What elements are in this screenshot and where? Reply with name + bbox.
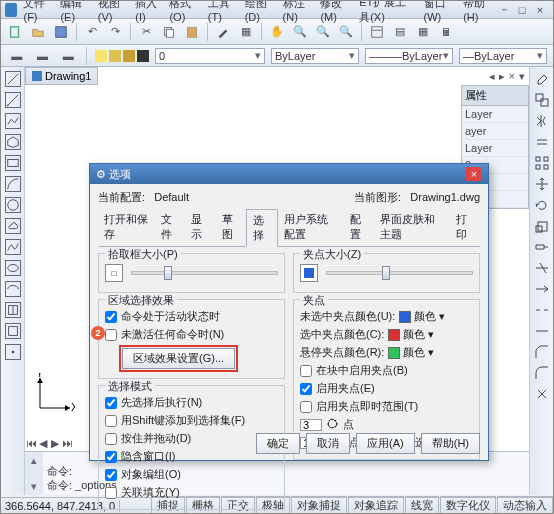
block-icon[interactable]: ▦ xyxy=(236,22,256,42)
line-icon[interactable] xyxy=(5,71,21,87)
spline-icon[interactable] xyxy=(5,239,21,255)
dyn-toggle[interactable]: 动态输入 xyxy=(497,496,553,514)
arc-icon[interactable] xyxy=(5,176,21,192)
matchprop-icon[interactable] xyxy=(213,22,233,42)
undo-icon[interactable]: ↶ xyxy=(82,22,102,42)
layermgr-icon[interactable]: ▬ xyxy=(7,46,27,66)
first-icon[interactable]: ⏮ xyxy=(25,437,37,449)
gripsize-slider[interactable] xyxy=(326,271,473,275)
grip-num-field[interactable] xyxy=(300,419,322,431)
menu-tools[interactable]: 工具(T) xyxy=(204,0,239,24)
pickbox-slider[interactable] xyxy=(131,271,278,275)
linetype-combo[interactable]: ——— ByLayer▾ xyxy=(365,48,453,64)
chk-enable-grips[interactable]: 启用夹点(E) xyxy=(300,381,473,396)
break-icon[interactable] xyxy=(534,302,550,318)
copy-obj-icon[interactable] xyxy=(534,92,550,108)
menu-edit[interactable]: 编辑(E) xyxy=(56,0,91,24)
layer-state-icons[interactable] xyxy=(95,50,149,62)
tab-skin[interactable]: 界面皮肤和主题 xyxy=(374,209,449,246)
chamfer-icon[interactable] xyxy=(534,344,550,360)
join-icon[interactable] xyxy=(534,323,550,339)
prev-icon[interactable]: ◀ xyxy=(37,437,49,449)
point-icon[interactable] xyxy=(5,344,21,360)
layer-combo[interactable]: 0▾ xyxy=(155,48,265,64)
hover-color-button[interactable]: 颜色 ▾ xyxy=(388,345,434,360)
tab-files[interactable]: 文件 xyxy=(155,209,185,246)
lineweight-combo[interactable]: — ByLayer▾ xyxy=(459,48,547,64)
pline-icon[interactable] xyxy=(5,113,21,129)
close-icon[interactable]: × xyxy=(533,4,547,16)
save-icon[interactable] xyxy=(51,22,71,42)
ray-icon[interactable] xyxy=(5,92,21,108)
chk-press-drag[interactable]: 按住并拖动(D) xyxy=(105,431,278,446)
zoom-prev-icon[interactable]: 🔍 xyxy=(336,22,356,42)
ellipse-icon[interactable] xyxy=(5,260,21,276)
cmdline-scroll[interactable]: ▴▾ xyxy=(25,452,43,495)
tab-draft[interactable]: 草图 xyxy=(216,209,246,246)
rectangle-icon[interactable] xyxy=(5,155,21,171)
copy-icon[interactable] xyxy=(159,22,179,42)
pan-icon[interactable]: ✋ xyxy=(267,22,287,42)
menu-view[interactable]: 视图(V) xyxy=(94,0,129,24)
layerstate-icon[interactable]: ▬ xyxy=(58,46,78,66)
chk-implied-window[interactable]: 隐含窗口(I) xyxy=(105,449,278,464)
revcloud-icon[interactable] xyxy=(5,218,21,234)
tab-nav-right-icon[interactable]: ▸ xyxy=(499,70,505,83)
tab-close-icon[interactable]: × xyxy=(509,70,515,82)
dialog-close-icon[interactable]: × xyxy=(466,167,482,181)
toolpalette-icon[interactable]: ▦ xyxy=(413,22,433,42)
menu-modify[interactable]: 修改(M) xyxy=(316,0,353,24)
rotate-icon[interactable] xyxy=(534,197,550,213)
designcenter-icon[interactable]: ▤ xyxy=(390,22,410,42)
cut-icon[interactable]: ✂ xyxy=(136,22,156,42)
array-icon[interactable] xyxy=(534,155,550,171)
menu-dim[interactable]: 标注(N) xyxy=(279,0,315,24)
chk-obj-group[interactable]: 对象编组(O) xyxy=(105,467,278,482)
ok-button[interactable]: 确定 xyxy=(256,433,300,454)
cancel-button[interactable]: 取消 xyxy=(306,433,350,454)
paste-icon[interactable] xyxy=(182,22,202,42)
new-icon[interactable] xyxy=(5,22,25,42)
ellipse-arc-icon[interactable] xyxy=(5,281,21,297)
chk-noun-verb[interactable]: 先选择后执行(N) xyxy=(105,395,278,410)
chk-active-cmd[interactable]: 命令处于活动状态时 xyxy=(105,309,278,324)
trim-icon[interactable] xyxy=(534,260,550,276)
offset-icon[interactable] xyxy=(534,134,550,150)
props-icon[interactable] xyxy=(367,22,387,42)
menu-help[interactable]: 帮助(H) xyxy=(459,0,495,24)
redo-icon[interactable]: ↷ xyxy=(105,22,125,42)
chk-grips-in-block[interactable]: 在块中启用夹点(B) xyxy=(300,363,473,378)
block-icon[interactable] xyxy=(5,323,21,339)
tab-nav-left-icon[interactable]: ◂ xyxy=(489,70,495,83)
fillet-icon[interactable] xyxy=(534,365,550,381)
area-effect-settings-button[interactable]: 区域效果设置(G)... xyxy=(122,348,235,369)
extend-icon[interactable] xyxy=(534,281,550,297)
move-icon[interactable] xyxy=(534,176,550,192)
menu-format[interactable]: 格式(O) xyxy=(165,0,201,24)
next-icon[interactable]: ▶ xyxy=(49,437,61,449)
minimize-icon[interactable]: － xyxy=(497,4,511,16)
unselected-color-button[interactable]: 颜色 ▾ xyxy=(399,309,445,324)
apply-button[interactable]: 应用(A) xyxy=(356,433,415,454)
selected-color-button[interactable]: 颜色 ▾ xyxy=(388,327,434,342)
menu-window[interactable]: 窗口(W) xyxy=(420,0,458,24)
tab-menu-icon[interactable]: ▾ xyxy=(519,70,525,83)
tab-selection[interactable]: 选择 xyxy=(246,209,278,247)
layerprops-icon[interactable]: ▬ xyxy=(33,46,53,66)
menu-insert[interactable]: 插入(I) xyxy=(131,0,163,24)
menu-file[interactable]: 文件(F) xyxy=(19,0,54,24)
last-icon[interactable]: ⏭ xyxy=(61,437,73,449)
help-button[interactable]: 帮助(H) xyxy=(421,433,480,454)
calc-icon[interactable]: 🖩 xyxy=(436,22,456,42)
erase-icon[interactable] xyxy=(534,71,550,87)
tab-open-save[interactable]: 打开和保存 xyxy=(98,209,155,246)
tab-print[interactable]: 打印 xyxy=(450,209,480,246)
tab-user[interactable]: 用户系统配置 xyxy=(278,209,344,246)
color-combo[interactable]: ByLayer▾ xyxy=(271,48,359,64)
chk-shift-add[interactable]: 用Shift键添加到选择集(F) xyxy=(105,413,278,428)
open-icon[interactable] xyxy=(28,22,48,42)
stretch-icon[interactable] xyxy=(534,239,550,255)
scale-icon[interactable] xyxy=(534,218,550,234)
chk-assoc-hatch[interactable]: 关联填充(Y) xyxy=(105,485,278,500)
insert-icon[interactable] xyxy=(5,302,21,318)
